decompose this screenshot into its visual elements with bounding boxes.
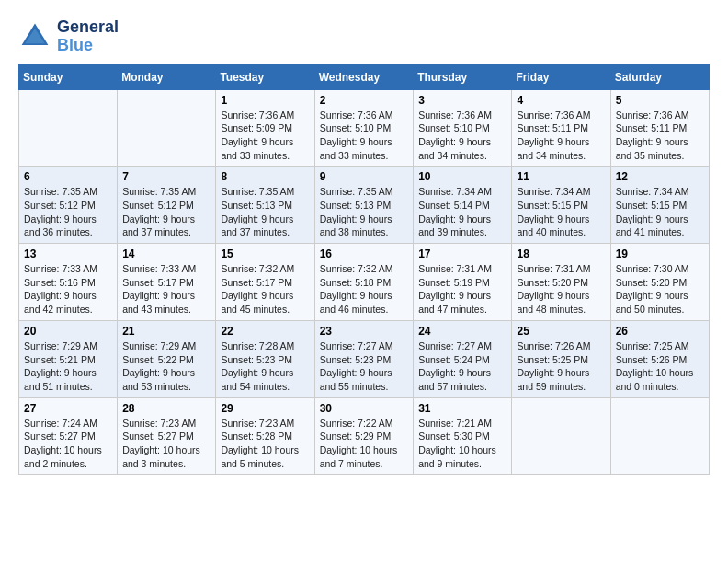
day-number: 20 xyxy=(24,325,112,338)
logo: General Blue xyxy=(18,18,119,55)
day-number: 13 xyxy=(24,247,112,260)
col-header-thursday: Thursday xyxy=(414,64,512,89)
day-number: 11 xyxy=(517,170,605,183)
day-cell-7: 7Sunrise: 7:35 AM Sunset: 5:12 PM Daylig… xyxy=(118,167,216,244)
day-cell-27: 27Sunrise: 7:24 AM Sunset: 5:27 PM Dayli… xyxy=(19,397,118,475)
day-info: Sunrise: 7:36 AM Sunset: 5:11 PM Dayligh… xyxy=(517,109,605,163)
calendar-week-4: 20Sunrise: 7:29 AM Sunset: 5:21 PM Dayli… xyxy=(19,320,710,397)
day-number: 28 xyxy=(122,402,210,415)
day-cell-13: 13Sunrise: 7:33 AM Sunset: 5:16 PM Dayli… xyxy=(19,244,118,321)
day-number: 17 xyxy=(418,247,506,260)
day-info: Sunrise: 7:32 AM Sunset: 5:18 PM Dayligh… xyxy=(320,262,409,316)
col-header-tuesday: Tuesday xyxy=(216,64,314,89)
day-cell-30: 30Sunrise: 7:22 AM Sunset: 5:29 PM Dayli… xyxy=(314,397,414,475)
day-number: 7 xyxy=(122,170,210,183)
day-info: Sunrise: 7:36 AM Sunset: 5:10 PM Dayligh… xyxy=(418,109,506,163)
day-cell-12: 12Sunrise: 7:34 AM Sunset: 5:15 PM Dayli… xyxy=(610,167,709,244)
day-cell-19: 19Sunrise: 7:30 AM Sunset: 5:20 PM Dayli… xyxy=(610,244,709,321)
day-number: 3 xyxy=(418,94,506,107)
day-number: 10 xyxy=(418,170,506,183)
col-header-wednesday: Wednesday xyxy=(314,64,414,89)
day-number: 19 xyxy=(616,247,704,260)
day-cell-20: 20Sunrise: 7:29 AM Sunset: 5:21 PM Dayli… xyxy=(19,320,118,397)
day-number: 21 xyxy=(122,325,210,338)
day-number: 14 xyxy=(122,247,210,260)
day-cell-21: 21Sunrise: 7:29 AM Sunset: 5:22 PM Dayli… xyxy=(118,320,216,397)
day-number: 23 xyxy=(320,325,409,338)
day-cell-5: 5Sunrise: 7:36 AM Sunset: 5:11 PM Daylig… xyxy=(610,89,709,167)
day-number: 24 xyxy=(418,325,506,338)
day-info: Sunrise: 7:30 AM Sunset: 5:20 PM Dayligh… xyxy=(616,262,704,316)
day-number: 5 xyxy=(616,94,704,107)
day-cell-29: 29Sunrise: 7:23 AM Sunset: 5:28 PM Dayli… xyxy=(216,397,314,475)
day-number: 12 xyxy=(616,170,704,183)
day-number: 30 xyxy=(320,402,409,415)
day-number: 2 xyxy=(320,94,409,107)
day-info: Sunrise: 7:28 AM Sunset: 5:23 PM Dayligh… xyxy=(221,339,309,394)
day-info: Sunrise: 7:29 AM Sunset: 5:21 PM Dayligh… xyxy=(24,339,112,394)
day-info: Sunrise: 7:23 AM Sunset: 5:27 PM Dayligh… xyxy=(122,417,210,471)
col-header-sunday: Sunday xyxy=(19,64,118,89)
day-cell-2: 2Sunrise: 7:36 AM Sunset: 5:10 PM Daylig… xyxy=(314,89,414,167)
day-cell-6: 6Sunrise: 7:35 AM Sunset: 5:12 PM Daylig… xyxy=(19,167,118,244)
day-number: 15 xyxy=(221,247,309,260)
day-info: Sunrise: 7:29 AM Sunset: 5:22 PM Dayligh… xyxy=(122,339,210,394)
calendar-table: SundayMondayTuesdayWednesdayThursdayFrid… xyxy=(18,64,710,476)
day-info: Sunrise: 7:33 AM Sunset: 5:17 PM Dayligh… xyxy=(122,262,210,316)
day-info: Sunrise: 7:34 AM Sunset: 5:15 PM Dayligh… xyxy=(616,185,704,239)
day-info: Sunrise: 7:35 AM Sunset: 5:13 PM Dayligh… xyxy=(221,185,309,239)
day-cell-8: 8Sunrise: 7:35 AM Sunset: 5:13 PM Daylig… xyxy=(216,167,314,244)
day-cell-18: 18Sunrise: 7:31 AM Sunset: 5:20 PM Dayli… xyxy=(512,244,610,321)
day-info: Sunrise: 7:26 AM Sunset: 5:25 PM Dayligh… xyxy=(517,339,605,394)
empty-cell xyxy=(512,397,610,475)
day-number: 6 xyxy=(24,170,112,183)
day-info: Sunrise: 7:33 AM Sunset: 5:16 PM Dayligh… xyxy=(24,262,112,316)
day-info: Sunrise: 7:23 AM Sunset: 5:28 PM Dayligh… xyxy=(221,417,309,471)
day-cell-31: 31Sunrise: 7:21 AM Sunset: 5:30 PM Dayli… xyxy=(414,397,512,475)
day-info: Sunrise: 7:36 AM Sunset: 5:10 PM Dayligh… xyxy=(320,109,409,163)
day-cell-1: 1Sunrise: 7:36 AM Sunset: 5:09 PM Daylig… xyxy=(216,89,314,167)
calendar-week-1: 1Sunrise: 7:36 AM Sunset: 5:09 PM Daylig… xyxy=(19,89,710,167)
day-number: 8 xyxy=(221,170,309,183)
day-info: Sunrise: 7:35 AM Sunset: 5:13 PM Dayligh… xyxy=(320,185,409,239)
calendar-week-5: 27Sunrise: 7:24 AM Sunset: 5:27 PM Dayli… xyxy=(19,397,710,475)
col-header-monday: Monday xyxy=(118,64,216,89)
day-number: 25 xyxy=(517,325,605,338)
day-number: 27 xyxy=(24,402,112,415)
day-info: Sunrise: 7:22 AM Sunset: 5:29 PM Dayligh… xyxy=(320,417,409,471)
day-cell-15: 15Sunrise: 7:32 AM Sunset: 5:17 PM Dayli… xyxy=(216,244,314,321)
day-cell-23: 23Sunrise: 7:27 AM Sunset: 5:23 PM Dayli… xyxy=(314,320,414,397)
day-info: Sunrise: 7:31 AM Sunset: 5:19 PM Dayligh… xyxy=(418,262,506,316)
day-number: 26 xyxy=(616,325,704,338)
day-number: 22 xyxy=(221,325,309,338)
calendar-week-2: 6Sunrise: 7:35 AM Sunset: 5:12 PM Daylig… xyxy=(19,167,710,244)
day-cell-26: 26Sunrise: 7:25 AM Sunset: 5:26 PM Dayli… xyxy=(610,320,709,397)
day-info: Sunrise: 7:25 AM Sunset: 5:26 PM Dayligh… xyxy=(616,339,704,394)
day-info: Sunrise: 7:34 AM Sunset: 5:14 PM Dayligh… xyxy=(418,185,506,239)
day-cell-25: 25Sunrise: 7:26 AM Sunset: 5:25 PM Dayli… xyxy=(512,320,610,397)
day-cell-9: 9Sunrise: 7:35 AM Sunset: 5:13 PM Daylig… xyxy=(314,167,414,244)
calendar-week-3: 13Sunrise: 7:33 AM Sunset: 5:16 PM Dayli… xyxy=(19,244,710,321)
logo-icon xyxy=(18,20,51,53)
day-cell-22: 22Sunrise: 7:28 AM Sunset: 5:23 PM Dayli… xyxy=(216,320,314,397)
day-info: Sunrise: 7:35 AM Sunset: 5:12 PM Dayligh… xyxy=(24,185,112,239)
empty-cell xyxy=(118,89,216,167)
col-header-saturday: Saturday xyxy=(610,64,709,89)
day-info: Sunrise: 7:32 AM Sunset: 5:17 PM Dayligh… xyxy=(221,262,309,316)
day-info: Sunrise: 7:35 AM Sunset: 5:12 PM Dayligh… xyxy=(122,185,210,239)
day-info: Sunrise: 7:21 AM Sunset: 5:30 PM Dayligh… xyxy=(418,417,506,471)
day-cell-10: 10Sunrise: 7:34 AM Sunset: 5:14 PM Dayli… xyxy=(414,167,512,244)
day-number: 9 xyxy=(320,170,409,183)
col-header-friday: Friday xyxy=(512,64,610,89)
empty-cell xyxy=(19,89,118,167)
day-info: Sunrise: 7:27 AM Sunset: 5:24 PM Dayligh… xyxy=(418,339,506,394)
day-info: Sunrise: 7:36 AM Sunset: 5:09 PM Dayligh… xyxy=(221,109,309,163)
logo-text: General Blue xyxy=(57,18,119,55)
day-cell-17: 17Sunrise: 7:31 AM Sunset: 5:19 PM Dayli… xyxy=(414,244,512,321)
day-cell-28: 28Sunrise: 7:23 AM Sunset: 5:27 PM Dayli… xyxy=(118,397,216,475)
day-info: Sunrise: 7:36 AM Sunset: 5:11 PM Dayligh… xyxy=(616,109,704,163)
day-cell-3: 3Sunrise: 7:36 AM Sunset: 5:10 PM Daylig… xyxy=(414,89,512,167)
day-number: 16 xyxy=(320,247,409,260)
day-info: Sunrise: 7:24 AM Sunset: 5:27 PM Dayligh… xyxy=(24,417,112,471)
day-cell-14: 14Sunrise: 7:33 AM Sunset: 5:17 PM Dayli… xyxy=(118,244,216,321)
